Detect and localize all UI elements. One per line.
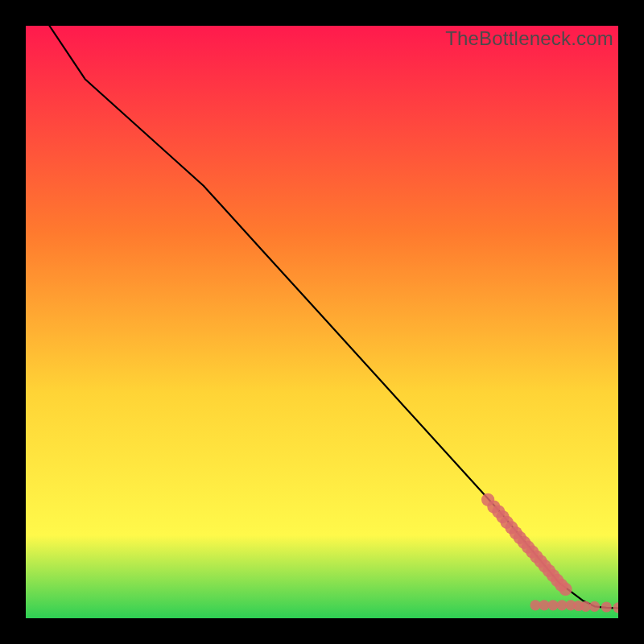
data-point [601,601,612,612]
data-point [559,583,572,596]
plot-area: TheBottleneck.com [26,26,618,618]
gradient-background [26,26,618,618]
chart-frame: TheBottleneck.com [0,0,644,644]
chart-canvas [26,26,618,618]
data-point [589,601,600,612]
watermark-text: TheBottleneck.com [445,27,613,50]
